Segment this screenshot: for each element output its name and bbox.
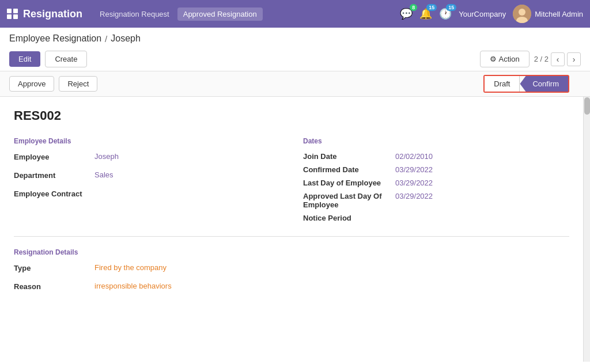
nav-approved-resignation[interactable]: Approved Resignation [177,7,263,21]
pagination: 2 / 2 ‹ › [534,52,581,66]
reject-button[interactable]: Reject [59,76,97,92]
last-day-label: Last Day of Employee [303,179,395,187]
chat-badge: 8 [410,4,417,11]
scrollbar-thumb[interactable] [584,97,590,115]
status-steps: Draft Confirm [483,75,569,93]
two-col-section: Employee Details Employee Joseph Departm… [14,137,569,227]
department-value[interactable]: Sales [94,170,280,179]
status-bar: Approve Reject Draft Confirm [0,71,590,97]
approved-last-day-label: Approved Last Day Of Employee [303,192,395,209]
action-button[interactable]: Action [480,51,530,67]
employee-label: Employee [14,152,94,161]
bell-badge: 15 [426,4,437,11]
field-reason: Reason irresponsible behaviors [14,282,569,294]
dates-section: Dates Join Date 02/02/2010 Confirmed Dat… [303,137,569,227]
breadcrumb-separator: / [105,34,107,44]
app-title: Resignation [23,8,82,20]
join-date-value: 02/02/2010 [395,152,433,161]
avatar [513,5,531,23]
type-label: Type [14,263,94,272]
clock-badge: 15 [446,4,456,11]
resignation-details-title: Resignation Details [14,248,569,256]
employee-details-section: Employee Details Employee Joseph Departm… [14,137,280,227]
notice-period-label: Notice Period [303,214,395,222]
gear-icon [490,55,497,63]
field-contract: Employee Contract [14,189,280,202]
breadcrumb-current: Joseph [111,33,141,44]
breadcrumb: Employee Resignation / Joseph [0,28,590,47]
resignation-details-section: Resignation Details Type Fired by the co… [14,248,569,294]
app-logo[interactable]: Resignation [7,8,82,20]
svg-point-1 [519,9,525,16]
field-last-day: Last Day of Employee 03/29/2022 [303,179,569,187]
user-name: Mitchell Admin [535,10,583,18]
user-menu[interactable]: Mitchell Admin [513,5,583,23]
field-join-date: Join Date 02/02/2010 [303,152,569,161]
action-bar: Edit Create Action 2 / 2 ‹ › [0,47,590,71]
confirmed-date-label: Confirmed Date [303,165,395,174]
approved-last-day-value: 03/29/2022 [395,192,433,200]
join-date-label: Join Date [303,152,395,161]
next-page-button[interactable]: › [567,52,581,66]
section-divider [14,236,569,237]
main-content-wrap: RES002 Employee Details Employee Joseph … [0,97,590,362]
contract-label: Employee Contract [14,189,94,198]
nav-resignation-request[interactable]: Resignation Request [94,7,175,21]
field-type: Type Fired by the company [14,263,569,276]
record-id: RES002 [14,108,569,123]
topbar-icons: 💬 8 🔔 15 🕐 15 YourCompany Mitchell Admin [400,5,583,23]
breadcrumb-parent[interactable]: Employee Resignation [9,33,101,44]
step-confirm[interactable]: Confirm [520,76,568,92]
create-button[interactable]: Create [45,51,87,67]
field-approved-last-day: Approved Last Day Of Employee 03/29/2022 [303,192,569,209]
nav-links: Resignation Request Approved Resignation [94,7,263,21]
scrollbar-track[interactable] [583,97,590,362]
step-draft[interactable]: Draft [485,76,520,92]
employee-value[interactable]: Joseph [94,152,280,161]
top-navigation: Resignation Resignation Request Approved… [0,0,590,28]
field-confirmed-date: Confirmed Date 03/29/2022 [303,165,569,174]
prev-page-button[interactable]: ‹ [551,52,565,66]
chat-icon-wrap[interactable]: 💬 8 [400,7,413,20]
pagination-label: 2 / 2 [534,55,549,63]
field-employee: Employee Joseph [14,152,280,165]
type-value[interactable]: Fired by the company [94,263,569,272]
edit-button[interactable]: Edit [9,51,40,67]
reason-label: Reason [14,282,94,291]
main-content: RES002 Employee Details Employee Joseph … [0,97,583,362]
field-department: Department Sales [14,170,280,183]
dates-title: Dates [303,137,569,145]
confirmed-date-value: 03/29/2022 [395,165,433,174]
department-label: Department [14,170,94,180]
clock-icon-wrap[interactable]: 🕐 15 [439,7,452,20]
employee-details-title: Employee Details [14,137,280,145]
bell-icon-wrap[interactable]: 🔔 15 [419,7,432,20]
field-notice-period: Notice Period [303,214,569,222]
approve-button[interactable]: Approve [9,76,54,92]
last-day-value: 03/29/2022 [395,179,433,187]
reason-value[interactable]: irresponsible behaviors [94,282,569,290]
company-name[interactable]: YourCompany [459,10,506,18]
